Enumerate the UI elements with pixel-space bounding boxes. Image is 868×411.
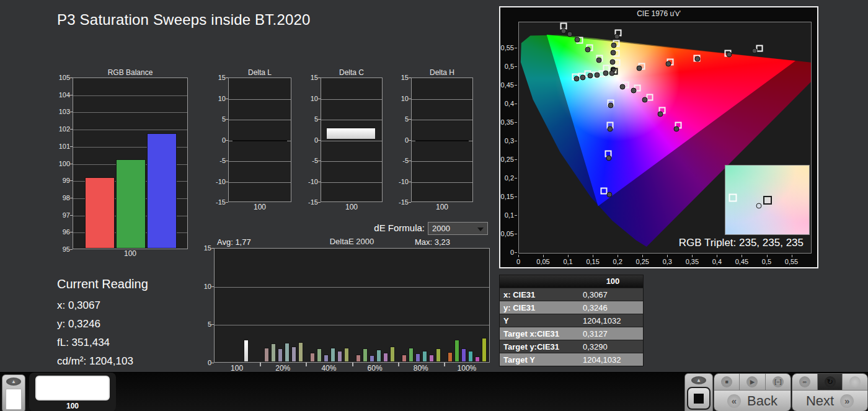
deltae-bar	[324, 355, 329, 362]
y-tick-label: 0,1	[498, 211, 514, 219]
gridline	[412, 99, 472, 100]
gridline	[412, 120, 472, 120]
measured-point	[596, 58, 601, 63]
stop-measure-button[interactable]: ■	[714, 374, 740, 390]
y-tick-mark	[409, 182, 411, 182]
rgb-balance-x-label: 100	[73, 249, 188, 258]
y-tick-mark	[515, 66, 517, 67]
gridline	[321, 182, 382, 183]
measured-point	[611, 50, 616, 56]
y-tick-label: 100	[51, 160, 70, 167]
y-tick-label: -15	[299, 198, 318, 206]
y-tick-label: -10	[390, 178, 409, 185]
x-tick-mark	[444, 363, 445, 366]
measured-point	[642, 97, 647, 102]
meter-panel-expand[interactable]: ▲	[684, 373, 713, 411]
deltae-bar	[468, 351, 473, 363]
single-measure-button[interactable]: [−]	[766, 374, 790, 390]
measured-point	[751, 48, 757, 54]
de-formula-value: 2000	[432, 224, 450, 233]
chevron-left-icon: «	[727, 394, 741, 408]
y-tick-mark	[226, 140, 228, 141]
white-point-measured	[609, 70, 615, 76]
x-tick-mark	[593, 255, 593, 257]
gridline	[412, 182, 472, 183]
continuous-measure-button[interactable]: ∞	[792, 374, 818, 390]
test-pattern-preview[interactable]: 100	[29, 373, 116, 411]
inset-measured-circle	[756, 203, 762, 209]
rgb-balance-chart	[73, 77, 188, 249]
x-tick-label: 0,3	[657, 258, 678, 265]
y-tick-label: 5	[207, 115, 226, 123]
inset-target-square	[763, 196, 772, 205]
y-tick-label: 10	[299, 95, 318, 102]
x-tick-mark	[518, 255, 519, 257]
y-tick-label: 0	[498, 249, 514, 256]
y-tick-mark	[515, 215, 517, 216]
back-button[interactable]: « Back	[714, 390, 790, 411]
y-tick-mark	[515, 122, 517, 123]
cie-1976-panel: CIE 1976 u'v' 00,050,10,150,20,250,30,35…	[499, 6, 818, 268]
cie-diagram: RGB Triplet: 235, 235, 235	[518, 22, 812, 254]
delta-h-chart	[411, 77, 473, 202]
x-tick-label: 0,2	[607, 258, 628, 265]
gridline	[321, 161, 382, 162]
y-tick-label: -5	[390, 157, 409, 164]
measured-point	[657, 112, 663, 117]
y-tick-mark	[515, 85, 517, 86]
de-formula-dropdown[interactable]: 2000	[428, 222, 488, 235]
auto-advance-button[interactable]: ↻	[818, 374, 843, 390]
x-tick-mark	[260, 363, 261, 366]
x-tick-mark	[667, 255, 668, 257]
measured-point	[603, 71, 608, 76]
y-tick-label: -5	[207, 157, 226, 164]
y-tick-mark	[70, 232, 73, 232]
y-tick-label: 96	[51, 228, 70, 236]
y-tick-mark	[211, 324, 214, 325]
deltae-bar	[285, 343, 290, 362]
rgb-balance-title: RGB Balance	[73, 68, 188, 77]
y-tick-mark	[226, 161, 228, 161]
measured-point	[574, 76, 580, 81]
y-tick-mark	[70, 215, 73, 216]
y-tick-label: 104	[51, 91, 70, 99]
y-tick-label: 5	[299, 115, 318, 123]
zero-value-bar	[415, 140, 469, 141]
y-tick-label: 0,3	[498, 137, 514, 144]
deltae-bar	[337, 351, 342, 363]
y-tick-mark	[70, 198, 73, 198]
measured-point	[608, 103, 613, 108]
measured-point	[614, 34, 619, 40]
y-tick-mark	[409, 202, 411, 203]
y-tick-mark	[70, 164, 73, 164]
y-tick-mark	[70, 129, 73, 130]
x-tick-label: 0,05	[533, 258, 554, 265]
bottom-toolbar: ▲ 100 ▲ ■ ▶ [−] « Back	[0, 372, 868, 411]
current-reading-cdm2: cd/m²: 1204,103	[57, 355, 133, 368]
y-tick-label: 10	[193, 283, 211, 290]
deltae-group-label: 100%	[444, 364, 490, 373]
x-tick-mark	[692, 255, 693, 257]
extra-button[interactable]	[843, 374, 867, 390]
chevron-up-icon: ▲	[691, 376, 706, 384]
y-tick-label: 0,5	[498, 63, 514, 70]
stop-square-icon	[694, 394, 704, 404]
pattern-window-expand-button[interactable]: ▲	[2, 374, 25, 411]
delta-l-x-label: 100	[228, 203, 291, 211]
blank-circle-icon	[849, 376, 861, 387]
y-tick-mark	[515, 104, 517, 104]
white-pattern-swatch	[35, 376, 110, 400]
y-tick-label: 15	[193, 244, 211, 252]
y-tick-mark	[515, 48, 517, 48]
deltae-bar	[356, 355, 361, 362]
start-measure-button[interactable]: ▶	[740, 374, 765, 390]
y-tick-label: 10	[390, 95, 409, 102]
stop-pattern-button[interactable]	[687, 387, 711, 410]
play-icon: ▶	[746, 376, 758, 387]
current-reading-y: y: 0,3246	[57, 318, 100, 330]
deltae-bar	[363, 348, 368, 362]
y-tick-label: -10	[299, 178, 318, 185]
y-tick-mark	[211, 286, 214, 287]
y-tick-mark	[70, 95, 73, 95]
next-button[interactable]: Next »	[792, 390, 867, 411]
